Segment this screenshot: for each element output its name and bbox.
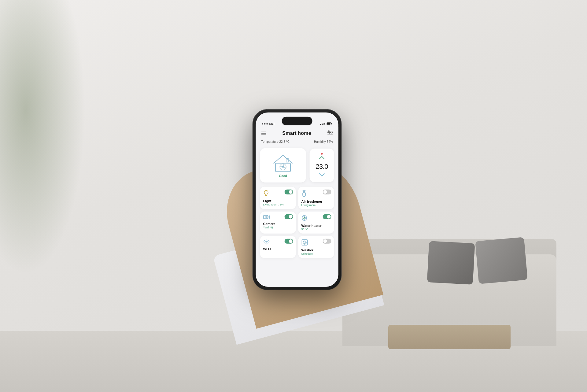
svg-point-8 xyxy=(329,134,330,135)
phone-screen: ●●●● NET 75% xyxy=(256,113,338,287)
heater-name: Water heater xyxy=(301,224,331,227)
svg-rect-1 xyxy=(331,123,332,124)
wifi-name: Wi Fi xyxy=(263,247,293,251)
device-grid: Light Living room 75% xyxy=(256,185,338,260)
svg-rect-20 xyxy=(264,215,268,219)
pillow-1 xyxy=(475,237,528,284)
coffee-table xyxy=(388,325,511,349)
light-name: Light xyxy=(263,199,293,203)
freshener-name: Air freshener xyxy=(301,200,331,203)
settings-button[interactable] xyxy=(327,130,333,136)
svg-point-6 xyxy=(328,131,330,132)
temp-value: 23.0 xyxy=(316,163,328,171)
svg-line-16 xyxy=(265,192,265,192)
phone: ●●●● NET 75% xyxy=(253,109,341,290)
wifi-toggle[interactable] xyxy=(285,239,293,244)
freshener-sub: Living room xyxy=(301,204,331,207)
phone-body: ●●●● NET 75% xyxy=(253,109,341,290)
device-card-wifi: Wi Fi xyxy=(260,236,296,258)
light-toggle[interactable] xyxy=(285,190,293,194)
camera-toggle[interactable] xyxy=(285,214,293,219)
dynamic-island xyxy=(282,117,312,125)
stats-row: Temperature 22.3 °C Humidity 54% xyxy=(256,139,338,146)
hand-with-phone: ●●●● NET 75% xyxy=(253,109,341,290)
menu-button[interactable] xyxy=(261,132,266,135)
app-content: Smart home xyxy=(256,127,338,287)
app-header: Smart home xyxy=(256,127,338,139)
svg-rect-19 xyxy=(304,190,305,192)
humidity-stat: Humidity 54% xyxy=(314,140,333,143)
device-card-heater: Water heater 55 °C xyxy=(298,212,334,234)
status-right: 75% xyxy=(320,122,332,125)
temp-indicator-dot xyxy=(321,153,323,155)
device-card-washer: Washer Schedule xyxy=(298,236,334,258)
app-title: Smart home xyxy=(282,131,311,136)
washer-name: Washer xyxy=(301,248,331,252)
device-card-camera: Camera Yard (6) xyxy=(260,212,296,234)
svg-rect-2 xyxy=(327,123,330,125)
battery-percent: 75% xyxy=(320,122,326,125)
temperature-stat: Temperature 22.3 °C xyxy=(261,140,290,143)
device-card-light: Light Living room 75% xyxy=(260,187,296,209)
svg-point-30 xyxy=(303,240,303,241)
heater-toggle[interactable] xyxy=(323,214,331,219)
heater-sub: 55 °C xyxy=(301,228,331,231)
device-card-freshener: Air freshener Living room xyxy=(298,187,334,209)
svg-point-26 xyxy=(266,244,267,245)
pillow-2 xyxy=(427,241,475,285)
freshener-toggle[interactable] xyxy=(323,190,331,194)
temp-down-button[interactable] xyxy=(319,172,325,178)
washer-sub: Schedule xyxy=(301,252,331,255)
temp-control-card: 23.0 xyxy=(310,149,334,182)
house-card: Good xyxy=(260,148,306,183)
house-status: Good xyxy=(279,174,287,178)
temp-up-button[interactable] xyxy=(319,155,325,161)
svg-point-12 xyxy=(282,166,284,168)
carrier-text: ●●●● NET xyxy=(262,122,275,125)
light-sub: Living room 75% xyxy=(263,203,293,206)
svg-point-7 xyxy=(331,132,332,133)
camera-name: Camera xyxy=(263,222,293,226)
svg-point-31 xyxy=(304,240,305,241)
dashboard-main: Good 23.0 xyxy=(256,146,338,185)
washer-toggle[interactable] xyxy=(323,239,331,244)
plant-decoration xyxy=(0,0,86,275)
svg-point-21 xyxy=(265,216,266,218)
house-icon xyxy=(272,153,294,173)
camera-sub: Yard (6) xyxy=(263,226,293,229)
battery-icon xyxy=(327,122,332,125)
